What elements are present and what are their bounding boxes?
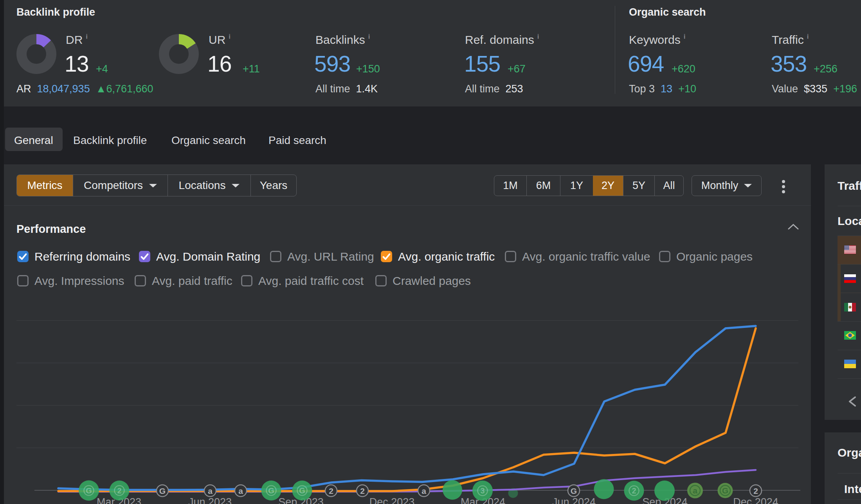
svg-text:a: a (421, 486, 426, 495)
svg-text:3: 3 (480, 486, 485, 495)
svg-text:Jun 2023: Jun 2023 (188, 496, 232, 504)
svg-text:2: 2 (329, 486, 333, 495)
svg-text:Dec 2023: Dec 2023 (369, 496, 415, 504)
svg-text:G: G (722, 486, 728, 495)
svg-text:G: G (159, 486, 166, 495)
svg-text:G: G (299, 486, 305, 495)
svg-text:2: 2 (360, 486, 365, 495)
svg-text:G: G (571, 486, 577, 495)
svg-text:Jun 2024: Jun 2024 (552, 496, 596, 504)
svg-text:G: G (268, 486, 274, 495)
svg-text:2: 2 (632, 486, 636, 495)
svg-text:a: a (208, 486, 213, 495)
svg-text:a: a (238, 486, 243, 495)
svg-text:Dec 2024: Dec 2024 (733, 496, 778, 504)
svg-text:G: G (86, 486, 92, 495)
svg-text:2: 2 (753, 486, 758, 495)
svg-text:a: a (693, 486, 697, 495)
svg-text:2: 2 (117, 486, 121, 495)
